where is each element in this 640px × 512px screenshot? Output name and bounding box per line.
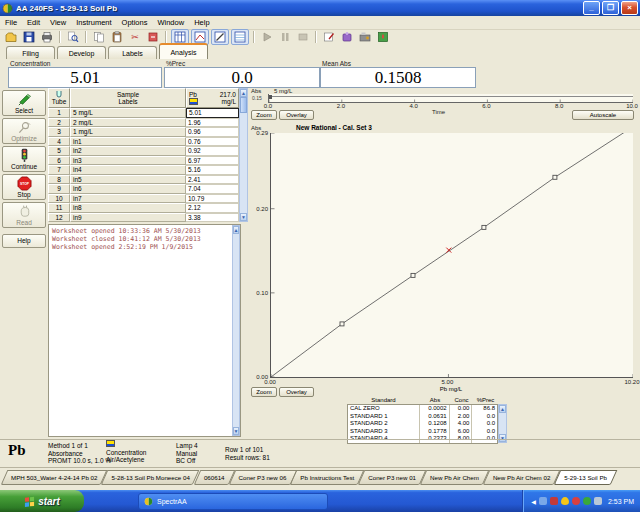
worksheet-tab[interactable]: Coner P3 new 01: [361, 469, 423, 486]
find-icon[interactable]: [65, 30, 81, 44]
help-button[interactable]: Help: [2, 234, 46, 248]
value-cell[interactable]: 0.76: [186, 137, 239, 147]
tube-cell[interactable]: 5: [48, 146, 70, 156]
value-cell[interactable]: 5.16: [186, 165, 239, 175]
worksheet-tab[interactable]: New Pb Air Chem 02: [486, 469, 557, 486]
taskbar-item-spectraa[interactable]: SpectrAA: [138, 493, 328, 510]
alert-icon[interactable]: [572, 497, 580, 505]
security-shield-icon[interactable]: [561, 497, 569, 505]
stop-button[interactable]: STOP Stop: [2, 174, 46, 200]
scroll-down-icon[interactable]: ▼: [233, 427, 239, 435]
volume-icon[interactable]: [594, 497, 602, 505]
minimize-button[interactable]: _: [583, 1, 600, 15]
sample-label-cell[interactable]: in3: [70, 156, 186, 166]
menu-instrument[interactable]: Instrument: [71, 17, 116, 28]
paste-icon[interactable]: [109, 30, 125, 44]
value-cell[interactable]: 10.79: [186, 194, 239, 204]
worksheet-tab[interactable]: MPH 503_Water 4-24-14 Pb 02: [4, 469, 104, 486]
table-row[interactable]: 6in36.97: [48, 156, 239, 166]
standards-row[interactable]: CAL ZERO0.00020.0086.8: [348, 405, 497, 413]
value-cell[interactable]: 3.38: [186, 213, 239, 223]
sampler-icon[interactable]: [339, 30, 355, 44]
standards-scrollbar[interactable]: ▲ ▼: [498, 404, 507, 443]
labels-column-header[interactable]: Sample Labels: [70, 88, 186, 108]
sample-label-cell[interactable]: 2 mg/L: [70, 118, 186, 128]
network-icon[interactable]: [539, 497, 547, 505]
sample-label-cell[interactable]: 5 mg/L: [70, 108, 186, 118]
select-button[interactable]: Select: [2, 90, 46, 116]
copy-icon[interactable]: [91, 30, 107, 44]
menu-window[interactable]: Window: [152, 17, 189, 28]
value-cell[interactable]: 0.96: [186, 127, 239, 137]
save-icon[interactable]: [21, 30, 37, 44]
menu-view[interactable]: View: [45, 17, 71, 28]
cut-icon[interactable]: ✂: [127, 30, 143, 44]
menu-options[interactable]: Options: [117, 17, 153, 28]
menu-file[interactable]: File: [0, 17, 22, 28]
log-scrollbar[interactable]: ▲ ▼: [232, 225, 240, 436]
tube-cell[interactable]: 4: [48, 137, 70, 147]
standards-row[interactable]: STANDARD 30.17786.000.0: [348, 428, 497, 436]
table-row[interactable]: 8in52.41: [48, 175, 239, 185]
pb-column-header[interactable]: Pb217.0 mg/L: [186, 88, 239, 108]
title-bar[interactable]: AA 240FS - 5-29-13 Soil Pb _ ❒ ×: [0, 0, 640, 16]
start-run-icon[interactable]: [259, 30, 275, 44]
scroll-up-icon[interactable]: ▲: [240, 89, 247, 97]
tube-cell[interactable]: 12: [48, 213, 70, 223]
standards-row[interactable]: STANDARD 10.06312.000.0: [348, 413, 497, 421]
tube-cell[interactable]: 8: [48, 175, 70, 185]
menu-help[interactable]: Help: [189, 17, 214, 28]
table-row[interactable]: 11in82.12: [48, 203, 239, 213]
cal-overlay-button[interactable]: Overlay: [279, 387, 314, 397]
results-table-scrollbar[interactable]: ▲ ▼: [239, 88, 248, 222]
value-cell[interactable]: 1.96: [186, 118, 239, 128]
print-icon[interactable]: [39, 30, 55, 44]
close-button[interactable]: ×: [621, 1, 638, 15]
optimize-button[interactable]: Optimize: [2, 118, 46, 144]
tab-labels[interactable]: Labels: [108, 46, 157, 59]
restore-button[interactable]: ❒: [602, 1, 619, 15]
worksheet-tab[interactable]: Pb Instructions Test: [293, 469, 361, 486]
sample-label-cell[interactable]: in6: [70, 184, 186, 194]
cal-plot-area[interactable]: [270, 133, 633, 378]
table-row[interactable]: 10in710.79: [48, 194, 239, 204]
instrument-icon[interactable]: [357, 30, 373, 44]
table-row[interactable]: 22 mg/L1.96: [48, 118, 239, 128]
worksheet-tab[interactable]: Coner P3 new 06: [232, 469, 294, 486]
tube-cell[interactable]: 11: [48, 203, 70, 213]
status-green-icon[interactable]: [583, 497, 591, 505]
tube-cell[interactable]: 9: [48, 184, 70, 194]
labels-view-icon[interactable]: [211, 29, 229, 45]
worksheet-icon[interactable]: [321, 30, 337, 44]
sample-label-cell[interactable]: in7: [70, 194, 186, 204]
strip-overlay-button[interactable]: Overlay: [279, 110, 314, 120]
tab-analysis[interactable]: Analysis: [159, 43, 208, 59]
clock[interactable]: 2:53 PM: [608, 498, 634, 505]
tube-cell[interactable]: 3: [48, 127, 70, 137]
sample-label-cell[interactable]: in9: [70, 213, 186, 223]
autoscale-button[interactable]: Autoscale: [572, 110, 634, 120]
delete-icon[interactable]: [145, 30, 161, 44]
sample-label-cell[interactable]: in8: [70, 203, 186, 213]
antivirus-icon[interactable]: [550, 497, 558, 505]
table-row[interactable]: 5in20.92: [48, 146, 239, 156]
scroll-down-icon[interactable]: ▼: [240, 213, 247, 221]
sample-label-cell[interactable]: 1 mg/L: [70, 127, 186, 137]
sample-label-cell[interactable]: in1: [70, 137, 186, 147]
tray-chevron-icon[interactable]: ◀: [531, 498, 536, 505]
start-button[interactable]: start: [0, 490, 84, 512]
tube-cell[interactable]: 7: [48, 165, 70, 175]
cal-zoom-button[interactable]: Zoom: [251, 387, 277, 397]
table-row[interactable]: 9in67.04: [48, 184, 239, 194]
sample-label-cell[interactable]: in2: [70, 146, 186, 156]
tab-filing[interactable]: Filing: [6, 46, 55, 59]
table-row[interactable]: 15 mg/L5.01: [48, 108, 239, 118]
pause-run-icon[interactable]: [277, 30, 293, 44]
sample-label-cell[interactable]: in5: [70, 175, 186, 185]
worksheet-tab-active[interactable]: 5-29-13 Soil Pb: [557, 469, 614, 486]
read-button[interactable]: Read: [2, 202, 46, 228]
scroll-up-icon[interactable]: ▲: [233, 226, 239, 234]
tube-column-header[interactable]: Tube: [48, 88, 70, 108]
open-icon[interactable]: [3, 30, 19, 44]
value-cell[interactable]: 6.97: [186, 156, 239, 166]
